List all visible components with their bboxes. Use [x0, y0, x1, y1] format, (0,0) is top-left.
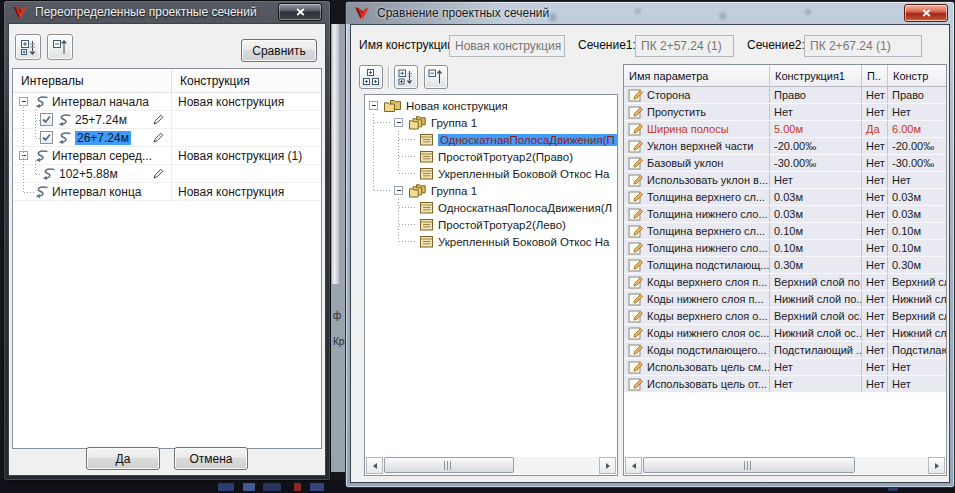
- param-edit-icon: [628, 123, 644, 136]
- tree-expander-icon[interactable]: [369, 101, 378, 110]
- titlebar-left[interactable]: Переопределенные проектные сечений: [4, 1, 330, 23]
- scrollbar-track[interactable]: [642, 457, 928, 474]
- column-header-construction[interactable]: Конструкция: [172, 74, 250, 88]
- param-row[interactable]: Использовать цель см...НетНетНет: [624, 359, 946, 376]
- yes-button[interactable]: Да: [86, 447, 160, 470]
- construction-cell: Новая конструкция: [172, 183, 321, 200]
- scroll-right-arrow-icon[interactable]: [599, 457, 616, 474]
- param-value-construction1: Нижний слой по...: [770, 291, 862, 307]
- param-skip-value: Нет: [862, 223, 888, 239]
- param-row[interactable]: ПропуститьНетНетНет: [624, 104, 946, 121]
- param-row[interactable]: Ширина полосы5.00мДа6.00м: [624, 121, 946, 138]
- section-icon: [33, 95, 49, 108]
- dialog-title: Сравнение проектных сечений: [377, 6, 549, 20]
- param-row[interactable]: Толщина подстилающ...0.30мНет0.30м: [624, 257, 946, 274]
- interval-label: 102+5.88м: [59, 167, 118, 181]
- section-icon: [56, 113, 72, 126]
- expand-levels-button[interactable]: [394, 65, 418, 89]
- param-skip-value: Нет: [862, 274, 888, 290]
- background-blob: [263, 483, 281, 491]
- param-skip-value: Нет: [862, 172, 888, 188]
- tree-guide-line: [399, 156, 416, 157]
- param-row[interactable]: Базовый уклон-30.00‰Нет-30.00‰: [624, 155, 946, 172]
- param-skip-value: Нет: [862, 206, 888, 222]
- column-header-construction1[interactable]: Конструкция1: [770, 65, 862, 86]
- interval-row[interactable]: 25+7.24м: [13, 111, 321, 129]
- horizontal-scrollbar[interactable]: [625, 457, 945, 474]
- tree-item[interactable]: Новая конструкция: [365, 97, 617, 114]
- tree-item[interactable]: Группа 1: [365, 182, 617, 199]
- scrollbar-grip-icon: [444, 461, 453, 470]
- interval-row[interactable]: Интервал концаНовая конструкция: [13, 183, 321, 201]
- param-value-construction2: Нижний слой ос...: [888, 325, 946, 341]
- folder-icon: [419, 133, 434, 146]
- construction-tree-panel[interactable]: Новая конструкцияГруппа 1ОдноскатнаяПоло…: [364, 94, 618, 476]
- param-edit-icon: [628, 293, 644, 306]
- column-header-construction2[interactable]: Констр: [888, 65, 946, 86]
- scrollbar-thumb[interactable]: [384, 457, 514, 473]
- param-name-cell: Уклон верхней части: [624, 138, 770, 154]
- app-logo-icon: [12, 5, 29, 20]
- param-name-cell: Пропустить: [624, 104, 770, 120]
- scroll-left-arrow-icon[interactable]: [625, 457, 642, 474]
- edit-pencil-icon[interactable]: [151, 112, 166, 127]
- titlebar-right[interactable]: Сравнение проектных сечений: [346, 2, 954, 24]
- param-row[interactable]: Использовать цель от...НетНетНет: [624, 376, 946, 393]
- expand-levels-button[interactable]: [15, 34, 41, 60]
- expand-branch-button[interactable]: [359, 65, 383, 89]
- tree-expander-icon[interactable]: [394, 186, 403, 195]
- param-edit-icon: [628, 259, 644, 272]
- param-skip-value: Нет: [862, 87, 888, 103]
- edit-pencil-icon[interactable]: [151, 166, 166, 181]
- scroll-left-arrow-icon[interactable]: [366, 457, 383, 474]
- interval-row[interactable]: Интервал серед...Новая конструкция (1): [13, 147, 321, 165]
- collapse-levels-button[interactable]: [47, 34, 73, 60]
- tree-expander-icon[interactable]: [19, 97, 28, 106]
- param-row[interactable]: Коды подстилающего...Подстилающий ...Нет…: [624, 342, 946, 359]
- param-row[interactable]: Использовать уклон в...НетНетНет: [624, 172, 946, 189]
- param-row[interactable]: Коды нижнего слоя п...Нижний слой по...Н…: [624, 291, 946, 308]
- intervals-list[interactable]: Интервалы Конструкция Интервал началаНов…: [12, 68, 322, 449]
- tree-guide-line: [399, 207, 416, 208]
- compare-button[interactable]: Сравнить: [241, 39, 317, 62]
- param-row[interactable]: Уклон верхней части-20.00‰Нет-20.00‰: [624, 138, 946, 155]
- param-row[interactable]: Толщина нижнего сло...0.03мНет0.03м: [624, 206, 946, 223]
- param-name: Коды верхнего слоя о...: [647, 310, 768, 322]
- cancel-button[interactable]: Отмена: [174, 447, 248, 470]
- param-row[interactable]: Коды верхнего слоя п...Верхний слой по..…: [624, 274, 946, 291]
- edit-pencil-icon[interactable]: [151, 130, 166, 145]
- param-row[interactable]: Коды верхнего слоя о...Верхний слой ос..…: [624, 308, 946, 325]
- param-skip-value: Нет: [862, 325, 888, 341]
- param-edit-icon: [628, 378, 644, 391]
- scrollbar-track[interactable]: [383, 457, 599, 474]
- interval-row[interactable]: 102+5.88м: [13, 165, 321, 183]
- checkbox[interactable]: [40, 113, 53, 126]
- collapse-levels-button[interactable]: [424, 65, 448, 89]
- param-row[interactable]: Толщина верхнего сл...0.10мНет0.10м: [624, 223, 946, 240]
- param-row[interactable]: Толщина нижнего сло...0.10мНет0.10м: [624, 240, 946, 257]
- param-row[interactable]: СторонаПравоНетПраво: [624, 87, 946, 104]
- tree-guide-line: [36, 138, 41, 139]
- tree-item[interactable]: Группа 1: [365, 114, 617, 131]
- close-button[interactable]: [278, 3, 322, 21]
- scrollbar-grip-icon: [744, 461, 753, 470]
- checkbox[interactable]: [40, 131, 53, 144]
- scroll-right-arrow-icon[interactable]: [928, 457, 945, 474]
- param-skip-value: Да: [862, 121, 888, 137]
- tree-expander-icon[interactable]: [394, 118, 403, 127]
- param-skip-value: Нет: [862, 240, 888, 256]
- interval-name-cell: Интервал конца: [13, 183, 172, 200]
- interval-row[interactable]: 26+7.24м: [13, 129, 321, 147]
- column-header-skip[interactable]: П..: [862, 65, 888, 86]
- column-header-intervals[interactable]: Интервалы: [13, 69, 172, 92]
- param-row[interactable]: Толщина верхнего сл...0.03мНет0.03м: [624, 189, 946, 206]
- close-button[interactable]: [904, 4, 948, 22]
- scrollbar-thumb[interactable]: [643, 457, 855, 473]
- parameters-table-panel[interactable]: Имя параметра Конструкция1 П.. Констр Ст…: [623, 64, 947, 476]
- horizontal-scrollbar[interactable]: [366, 457, 616, 474]
- param-value-construction2: Верхний слой по...: [888, 274, 946, 290]
- interval-row[interactable]: Интервал началаНовая конструкция: [13, 93, 321, 111]
- param-row[interactable]: Коды нижнего слоя ос...Нижний слой ос...…: [624, 325, 946, 342]
- interval-name-cell: Интервал серед...: [13, 147, 172, 164]
- column-header-parameter[interactable]: Имя параметра: [624, 65, 770, 86]
